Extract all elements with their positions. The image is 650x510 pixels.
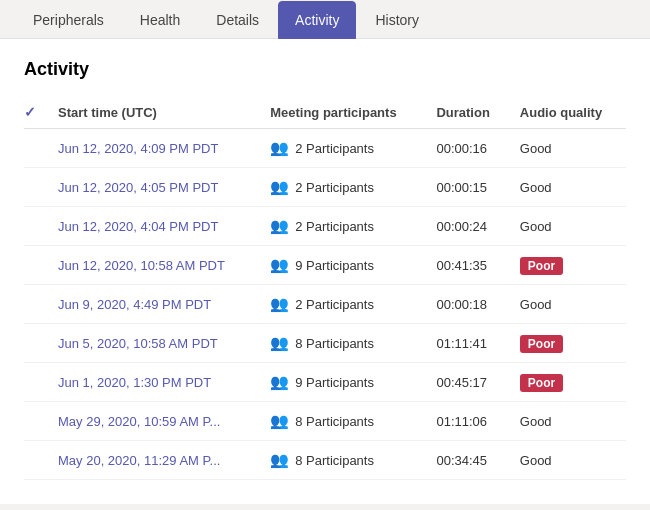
tab-bar: PeripheralsHealthDetailsActivityHistory [0,0,650,39]
main-content: Activity ✓ Start time (UTC) Meeting part… [0,39,650,504]
participant-count: 8 Participants [295,336,374,351]
people-icon: 👥 [270,373,289,391]
row-start-time[interactable]: May 20, 2020, 11:29 AM P... [48,441,260,480]
row-duration: 00:00:24 [426,207,509,246]
activity-table: ✓ Start time (UTC) Meeting participants … [24,96,626,480]
quality-badge-poor: Poor [520,374,563,392]
people-icon: 👥 [270,256,289,274]
participant-count: 2 Participants [295,180,374,195]
table-row[interactable]: May 29, 2020, 10:59 AM P...👥8 Participan… [24,402,626,441]
people-icon: 👥 [270,451,289,469]
row-start-time[interactable]: Jun 12, 2020, 10:58 AM PDT [48,246,260,285]
participant-count: 9 Participants [295,258,374,273]
row-participants: 👥9 Participants [260,246,426,285]
row-check [24,246,48,285]
row-duration: 00:45:17 [426,363,509,402]
table-row[interactable]: Jun 12, 2020, 10:58 AM PDT👥9 Participant… [24,246,626,285]
table-header: ✓ Start time (UTC) Meeting participants … [24,96,626,129]
table-row[interactable]: Jun 1, 2020, 1:30 PM PDT👥9 Participants0… [24,363,626,402]
row-check [24,363,48,402]
col-duration: Duration [426,96,509,129]
row-start-time[interactable]: Jun 12, 2020, 4:09 PM PDT [48,129,260,168]
tab-details[interactable]: Details [199,1,276,39]
table-row[interactable]: May 20, 2020, 11:29 AM P...👥8 Participan… [24,441,626,480]
row-check [24,402,48,441]
row-check [24,285,48,324]
row-audio-quality: Poor [510,363,626,402]
table-row[interactable]: Jun 12, 2020, 4:05 PM PDT👥2 Participants… [24,168,626,207]
participant-count: 8 Participants [295,414,374,429]
row-check [24,324,48,363]
row-start-time[interactable]: Jun 5, 2020, 10:58 AM PDT [48,324,260,363]
participant-count: 2 Participants [295,219,374,234]
row-start-time[interactable]: Jun 12, 2020, 4:04 PM PDT [48,207,260,246]
participant-count: 2 Participants [295,297,374,312]
row-start-time[interactable]: May 29, 2020, 10:59 AM P... [48,402,260,441]
row-participants: 👥2 Participants [260,129,426,168]
tab-health[interactable]: Health [123,1,197,39]
row-participants: 👥2 Participants [260,207,426,246]
col-participants: Meeting participants [260,96,426,129]
row-participants: 👥2 Participants [260,285,426,324]
row-audio-quality: Good [510,207,626,246]
quality-badge-poor: Poor [520,335,563,353]
people-icon: 👥 [270,178,289,196]
row-audio-quality: Poor [510,324,626,363]
row-audio-quality: Good [510,441,626,480]
col-check: ✓ [24,96,48,129]
row-participants: 👥9 Participants [260,363,426,402]
tab-peripherals[interactable]: Peripherals [16,1,121,39]
row-check [24,129,48,168]
people-icon: 👥 [270,217,289,235]
tab-history[interactable]: History [358,1,436,39]
table-row[interactable]: Jun 5, 2020, 10:58 AM PDT👥8 Participants… [24,324,626,363]
check-icon: ✓ [24,104,36,120]
people-icon: 👥 [270,295,289,313]
people-icon: 👥 [270,412,289,430]
row-duration: 00:00:18 [426,285,509,324]
participant-count: 2 Participants [295,141,374,156]
row-check [24,168,48,207]
row-audio-quality: Good [510,129,626,168]
row-check [24,207,48,246]
row-duration: 00:41:35 [426,246,509,285]
row-participants: 👥8 Participants [260,324,426,363]
row-duration: 00:00:15 [426,168,509,207]
row-start-time[interactable]: Jun 1, 2020, 1:30 PM PDT [48,363,260,402]
participant-count: 9 Participants [295,375,374,390]
row-duration: 01:11:06 [426,402,509,441]
row-audio-quality: Good [510,402,626,441]
table-row[interactable]: Jun 12, 2020, 4:09 PM PDT👥2 Participants… [24,129,626,168]
page-title: Activity [24,59,626,80]
row-participants: 👥8 Participants [260,402,426,441]
row-check [24,441,48,480]
row-audio-quality: Good [510,168,626,207]
tab-activity[interactable]: Activity [278,1,356,39]
table-row[interactable]: Jun 12, 2020, 4:04 PM PDT👥2 Participants… [24,207,626,246]
row-duration: 01:11:41 [426,324,509,363]
quality-badge-poor: Poor [520,257,563,275]
table-row[interactable]: Jun 9, 2020, 4:49 PM PDT👥2 Participants0… [24,285,626,324]
row-duration: 00:34:45 [426,441,509,480]
participant-count: 8 Participants [295,453,374,468]
row-audio-quality: Poor [510,246,626,285]
row-participants: 👥2 Participants [260,168,426,207]
col-audio-quality: Audio quality [510,96,626,129]
people-icon: 👥 [270,334,289,352]
row-participants: 👥8 Participants [260,441,426,480]
row-audio-quality: Good [510,285,626,324]
row-start-time[interactable]: Jun 12, 2020, 4:05 PM PDT [48,168,260,207]
row-start-time[interactable]: Jun 9, 2020, 4:49 PM PDT [48,285,260,324]
people-icon: 👥 [270,139,289,157]
row-duration: 00:00:16 [426,129,509,168]
table-body: Jun 12, 2020, 4:09 PM PDT👥2 Participants… [24,129,626,480]
col-start-time: Start time (UTC) [48,96,260,129]
